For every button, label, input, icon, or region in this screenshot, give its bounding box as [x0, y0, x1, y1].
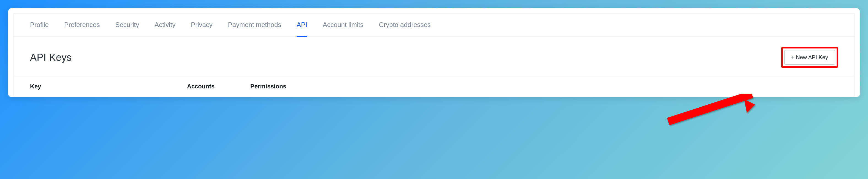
tab-api[interactable]: API: [297, 13, 307, 37]
tab-activity[interactable]: Activity: [154, 13, 176, 37]
tab-account-limits[interactable]: Account limits: [323, 13, 364, 37]
tab-crypto-addresses[interactable]: Crypto addresses: [379, 13, 431, 37]
tab-privacy[interactable]: Privacy: [191, 13, 213, 37]
new-api-key-button[interactable]: + New API Key: [784, 50, 835, 65]
svg-rect-1: [667, 94, 753, 125]
column-header-accounts: Accounts: [187, 83, 250, 90]
settings-card: Profile Preferences Security Activity Pr…: [8, 8, 860, 97]
arrow-annotation-icon: [653, 94, 758, 143]
new-api-key-label: + New API Key: [791, 54, 828, 61]
section-title: API Keys: [30, 52, 71, 63]
tab-preferences[interactable]: Preferences: [64, 13, 100, 37]
settings-tabs: Profile Preferences Security Activity Pr…: [13, 13, 855, 37]
section-header: API Keys + New API Key: [13, 37, 855, 76]
column-header-key: Key: [30, 83, 187, 90]
svg-marker-0: [744, 99, 755, 113]
column-header-permissions: Permissions: [250, 83, 838, 90]
tab-profile[interactable]: Profile: [30, 13, 49, 37]
tab-payment-methods[interactable]: Payment methods: [228, 13, 281, 37]
highlight-annotation: + New API Key: [781, 47, 838, 68]
card-inner: Profile Preferences Security Activity Pr…: [13, 13, 855, 97]
api-keys-table-header: Key Accounts Permissions: [13, 76, 855, 97]
tab-security[interactable]: Security: [115, 13, 139, 37]
